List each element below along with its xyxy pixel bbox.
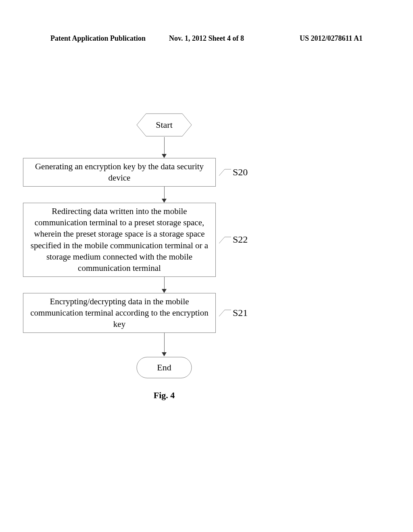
end-terminator: End <box>136 356 192 379</box>
header-left: Patent Application Publication <box>50 34 154 43</box>
step-text: Encrypting/decrypting data in the mobile… <box>30 297 208 329</box>
arrow-icon <box>162 277 167 293</box>
process-step: Generating an encryption key by the data… <box>23 158 216 187</box>
arrow-icon <box>162 333 167 356</box>
arrow-icon <box>162 187 167 203</box>
arrow-icon <box>162 137 167 158</box>
process-step: Encrypting/decrypting data in the mobile… <box>23 293 216 333</box>
leader-line-icon <box>219 309 231 316</box>
step-text: Generating an encryption key by the data… <box>35 162 204 183</box>
step-label-wrap: S22 <box>219 234 248 245</box>
start-terminator: Start <box>136 113 192 137</box>
step-text: Redirecting data written into the mobile… <box>31 206 208 273</box>
flowchart: Start Generating an encryption key by th… <box>67 113 350 401</box>
step-label: S21 <box>233 308 248 318</box>
step-label: S20 <box>233 167 248 178</box>
process-step: Redirecting data written into the mobile… <box>23 203 216 277</box>
step-label-wrap: S21 <box>219 308 248 318</box>
page-header: Patent Application Publication Nov. 1, 2… <box>50 34 363 43</box>
leader-line-icon <box>219 236 231 243</box>
header-center: Nov. 1, 2012 Sheet 4 of 8 <box>154 34 259 43</box>
step-label: S22 <box>233 234 248 245</box>
end-label: End <box>157 362 171 373</box>
header-right: US 2012/0278611 A1 <box>259 34 363 43</box>
figure-caption: Fig. 4 <box>67 390 261 401</box>
step-label-wrap: S20 <box>219 167 248 178</box>
leader-line-icon <box>219 168 231 176</box>
start-label: Start <box>156 120 173 130</box>
